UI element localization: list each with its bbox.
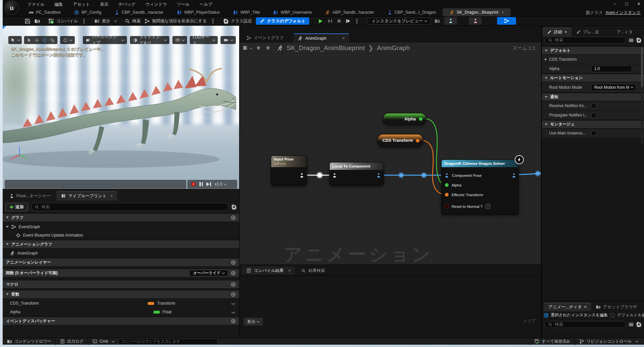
row-receive-notifies[interactable]: Receive Notifies fro... — [542, 101, 644, 110]
play-button[interactable] — [318, 18, 323, 24]
menu-tools[interactable]: ツール — [177, 2, 189, 7]
content-drawer-button[interactable]: コンテンツドロワー — [3, 338, 55, 345]
tab-find-results[interactable]: 結果検索 — [297, 266, 329, 275]
details-search-input[interactable]: 検索 — [544, 37, 626, 44]
menu-file[interactable]: ファイル — [27, 2, 44, 7]
row-event-update-animation[interactable]: Event Blueprint Update Animation — [3, 231, 239, 239]
use-main-instance-checkbox[interactable] — [591, 131, 596, 136]
close-tab-icon[interactable]: × — [288, 268, 291, 273]
tab-preview-settings[interactable]: プレ...定 — [572, 28, 604, 36]
add-function-icon[interactable] — [231, 271, 236, 276]
show-flags-dropdown[interactable] — [172, 36, 187, 44]
row-cds-transform[interactable]: CDS Transform — [542, 55, 644, 64]
preview-instance-dropdown[interactable]: インスタンスをプレビュー — [368, 18, 430, 25]
hide-unrelated-options-icon[interactable] — [212, 21, 213, 22]
my-blueprint-search-input[interactable]: 検索 — [31, 203, 228, 211]
parent-class-link[interactable]: Animインスタンス — [606, 10, 641, 16]
compile-options-icon[interactable] — [84, 21, 85, 22]
add-dispatcher-icon[interactable] — [231, 319, 236, 324]
section-functions[interactable]: 関数 (5 オーバーライド可能) オーバーライド — [3, 269, 239, 277]
hide-unrelated-button[interactable]: 無関係な項目を非表示にする — [145, 18, 207, 24]
expand-arrow-icon[interactable] — [545, 58, 547, 61]
display-filter-icon[interactable] — [629, 322, 634, 327]
timeline-scrubber[interactable] — [5, 180, 186, 189]
edit-selected-instance-radio[interactable] — [544, 313, 548, 318]
variable-row-cds-transform[interactable]: CDS_Transform Transform — [3, 299, 239, 307]
menu-edit[interactable]: 編集 — [54, 2, 63, 7]
menu-window[interactable]: ウィンドウ — [146, 2, 167, 7]
revision-control-button[interactable]: リビジョンコントロール — [575, 338, 644, 345]
tab-asset-browser[interactable]: アセットブラウザ — [591, 303, 642, 311]
asset-tab-abp-character[interactable]: ABP_Sandb...haracter — [318, 8, 380, 16]
class-defaults-button[interactable]: クラスのデフォルト — [256, 17, 309, 25]
gear-icon[interactable] — [636, 38, 641, 43]
clear-button[interactable]: クリア — [523, 318, 536, 324]
add-variable-icon[interactable] — [231, 292, 236, 297]
alpha-input-pin[interactable] — [445, 183, 449, 187]
close-tab-icon[interactable]: × — [502, 10, 504, 15]
section-notify[interactable]: 通知 — [542, 93, 644, 101]
step-over-button[interactable] — [327, 18, 333, 24]
node-input-pose[interactable]: Input Pose InPose — [271, 155, 307, 186]
tab-my-blueprint[interactable]: マイブループリント× — [56, 191, 117, 201]
section-event-dispatchers[interactable]: イベントディスパッチャー — [3, 317, 239, 325]
section-variables[interactable]: 変数 — [3, 290, 239, 299]
row-root-motion-mode[interactable]: Root Motion ModeRoot Motion from M — [542, 82, 644, 92]
animgraph-canvas[interactable]: アニメーション ズーム 1:1 SK_Dragon_AnimBlueprint … — [239, 42, 541, 265]
snap-settings-button[interactable] — [60, 36, 75, 44]
lod-dropdown[interactable]: LODオート — [190, 36, 218, 44]
tab-anim-preview-editor[interactable]: アニメー...ディタ× — [544, 303, 591, 311]
close-tab-icon[interactable]: × — [110, 194, 113, 198]
details-scrollbar[interactable] — [641, 47, 643, 144]
node-dragonik-solver[interactable]: DragonIK Chinese Dragon Solver Component… — [441, 159, 519, 215]
asset-tab-wbp-title[interactable]: WBP_Title — [226, 8, 267, 16]
eye-closed-icon[interactable] — [231, 310, 236, 315]
add-new-button[interactable]: 追加 — [5, 203, 28, 211]
pose-input-pin[interactable] — [332, 173, 337, 178]
perspective-dropdown[interactable]: パースペクティブ — [83, 36, 127, 44]
preview-mesh-button[interactable] — [444, 17, 457, 25]
gear-icon[interactable] — [231, 205, 236, 210]
section-animation-graphs[interactable]: アニメーショングラフ — [3, 240, 239, 249]
minimize-button[interactable]: – — [614, 1, 616, 6]
node-alpha-getter[interactable]: Alpha — [383, 113, 426, 125]
tab-event-graph[interactable]: イベントグラフ — [242, 33, 288, 42]
tab-asset-editor[interactable]: ア...イタ — [612, 28, 638, 36]
save-button[interactable] — [25, 18, 30, 24]
step-forward-button[interactable] — [206, 182, 211, 186]
menu-asset[interactable]: アセット — [73, 2, 90, 7]
nav-back-icon[interactable] — [256, 45, 262, 51]
component-pose-output-pin[interactable] — [376, 173, 381, 178]
menu-debug[interactable]: デバッグ — [118, 2, 135, 7]
save-status-button[interactable]: すべて保存済み — [530, 338, 575, 345]
move-tool-icon[interactable] — [35, 38, 39, 42]
transform-output-pin[interactable] — [416, 138, 420, 143]
scale-tool-icon[interactable] — [50, 38, 54, 42]
override-dropdown[interactable]: オーバーライド — [189, 270, 228, 276]
tab-details[interactable]: 詳細× — [542, 28, 572, 36]
close-tab-icon[interactable]: × — [565, 30, 567, 34]
asset-tab-bp-config[interactable]: BP_Config — [67, 8, 108, 16]
section-default[interactable]: デフォルト — [542, 46, 644, 55]
select-tool-icon[interactable] — [27, 38, 31, 42]
record-button[interactable] — [191, 182, 196, 187]
tab-compile-results[interactable]: コンパイル結果× — [242, 266, 295, 275]
playback-speed-dropdown[interactable]: x1.0 — [215, 182, 226, 187]
row-eventgraph[interactable]: EventGraph — [3, 223, 239, 231]
effector-transform-input-pin[interactable] — [445, 193, 449, 197]
asset-tab-wbp-username[interactable]: WBP_Username — [267, 8, 318, 16]
browse-instance-button[interactable] — [435, 18, 440, 24]
asset-tab-sk-dragon-blueprint[interactable]: SK_Dragon...Blueprint× — [443, 8, 510, 16]
pose-output-pin[interactable] — [299, 173, 304, 178]
alpha-output-pin[interactable] — [419, 117, 423, 121]
anim-preview-search-input[interactable]: 検索 — [544, 321, 626, 328]
preview-viewport[interactable]: パースペクティブ ライティングあり LODオート SK_Dragon_AnimB… — [3, 26, 239, 189]
viewport-maximize-corner[interactable] — [3, 26, 6, 29]
compile-button[interactable]: コンパイル — [48, 18, 78, 24]
row-animgraph[interactable]: AnimGraph — [3, 249, 239, 257]
class-settings-button[interactable]: クラス設定 — [223, 18, 252, 24]
menu-help[interactable]: ヘルプ — [200, 2, 212, 7]
row-use-main-instance[interactable]: Use Main Instance... — [542, 129, 644, 138]
pause-button[interactable] — [199, 182, 203, 186]
dock-icon[interactable] — [243, 45, 248, 50]
